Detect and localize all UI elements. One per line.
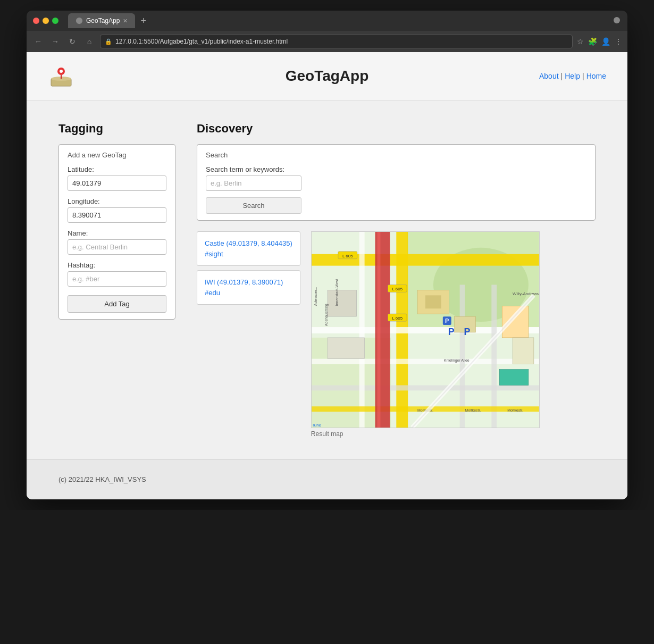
browser-titlebar: GeoTagApp ✕ +: [27, 11, 627, 31]
maximize-button[interactable]: [52, 18, 58, 24]
back-button[interactable]: ←: [32, 37, 45, 46]
svg-rect-35: [499, 370, 529, 386]
map-caption: Result map: [311, 430, 596, 438]
new-tab-button[interactable]: +: [137, 15, 149, 27]
latitude-group: Latitude:: [68, 165, 166, 191]
search-button[interactable]: Search: [206, 197, 301, 214]
nav-sep1: |: [561, 72, 563, 80]
map-image: L 605 L 605 L 605: [311, 231, 540, 428]
svg-point-1: [614, 17, 620, 23]
search-term-label: Search term or keywords:: [206, 165, 586, 173]
hashtag-group: Hashtag:: [68, 261, 166, 287]
footer-copyright: (c) 2021/22 HKA_IWI_VSYS: [58, 475, 146, 483]
reload-button[interactable]: ↻: [66, 37, 79, 46]
svg-text:P: P: [445, 317, 449, 324]
results-area: Castle (49.01379, 8.404435)#sight IWI (4…: [197, 231, 596, 438]
profile-icon[interactable]: 👤: [601, 37, 610, 46]
minimize-button[interactable]: [43, 18, 49, 24]
svg-rect-31: [502, 306, 529, 338]
toolbar-right: ☆ 🧩 👤 ⋮: [577, 37, 622, 46]
result-link-1[interactable]: IWI (49.01379, 8.390071)#edu: [205, 278, 283, 297]
site-header: GeoTagApp About | Help | Home: [27, 52, 627, 101]
tagging-section: Tagging Add a new GeoTag Latitude: Longi…: [58, 122, 175, 320]
browser-window: GeoTagApp ✕ + ← → ↻ ⌂ 🔒 127.0.0.1:5500/A…: [27, 11, 627, 499]
svg-rect-33: [328, 290, 357, 316]
home-button[interactable]: ⌂: [83, 37, 96, 46]
svg-text:L 605: L 605: [392, 287, 403, 291]
result-link-0[interactable]: Castle (49.01379, 8.404435)#sight: [205, 239, 292, 258]
logo-area: [48, 63, 74, 89]
active-tab[interactable]: GeoTagApp ✕: [68, 13, 135, 28]
svg-text:Moltkestr.: Moltkestr.: [507, 408, 523, 412]
svg-rect-15: [312, 385, 539, 390]
svg-rect-18: [491, 285, 497, 428]
map-svg: L 605 L 605 L 605: [312, 232, 539, 428]
hashtag-input[interactable]: [68, 271, 166, 287]
site-title: GeoTagApp: [286, 68, 369, 85]
search-legend: Search: [206, 151, 586, 159]
result-item-1[interactable]: IWI (49.01379, 8.390071)#edu: [197, 270, 300, 305]
longitude-input[interactable]: [68, 207, 166, 223]
svg-text:P: P: [464, 327, 470, 337]
menu-icon[interactable]: ⋮: [615, 37, 622, 46]
svg-text:L 605: L 605: [342, 254, 353, 258]
tab-title: GeoTagApp: [86, 17, 120, 24]
nav-about[interactable]: About: [539, 72, 559, 80]
nav-home[interactable]: Home: [586, 72, 606, 80]
browser-toolbar: ← → ↻ ⌂ 🔒 127.0.0.1:5500/Aufgabe1/gta_v1…: [27, 31, 627, 52]
longitude-group: Longitude:: [68, 197, 166, 223]
svg-text:L 605: L 605: [392, 316, 403, 321]
svg-text:ruhe: ruhe: [313, 423, 321, 428]
tab-favicon-icon: [76, 17, 83, 24]
hashtag-label: Hashtag:: [68, 261, 166, 269]
fieldset-legend: Add a new GeoTag: [68, 151, 166, 159]
extensions-icon[interactable]: 🧩: [588, 37, 597, 46]
latitude-input[interactable]: [68, 175, 166, 191]
svg-rect-21: [377, 232, 380, 428]
result-item-0[interactable]: Castle (49.01379, 8.404435)#sight: [197, 231, 300, 266]
discovery-section: Discovery Search Search term or keywords…: [197, 122, 596, 438]
svg-text:P: P: [448, 327, 455, 337]
map-container: L 605 L 605 L 605: [311, 231, 596, 438]
tab-close-button[interactable]: ✕: [123, 18, 128, 24]
address-bar[interactable]: 🔒 127.0.0.1:5500/Aufgabe1/gta_v1/public/…: [100, 35, 573, 48]
name-input[interactable]: [68, 239, 166, 255]
svg-text:Adenauerring: Adenauerring: [324, 304, 329, 326]
latitude-label: Latitude:: [68, 165, 166, 173]
svg-rect-32: [513, 338, 534, 364]
search-form: Search Search term or keywords: Search: [197, 144, 596, 221]
page-content: GeoTagApp About | Help | Home Tagging Ad…: [27, 52, 627, 499]
lock-icon: 🔒: [105, 38, 112, 45]
logo-icon: [48, 63, 74, 89]
browser-menu-icon[interactable]: [613, 16, 621, 24]
search-input[interactable]: [206, 175, 301, 191]
name-label: Name:: [68, 229, 166, 237]
forward-button[interactable]: →: [49, 37, 62, 46]
add-geotag-form: Add a new GeoTag Latitude: Longitude: Na…: [58, 144, 175, 320]
nav-help[interactable]: Help: [565, 72, 580, 80]
close-button[interactable]: [33, 18, 39, 24]
tab-bar: GeoTagApp ✕ +: [68, 13, 608, 28]
tagging-title: Tagging: [58, 122, 175, 136]
svg-point-0: [76, 18, 82, 24]
svg-text:Knielinger Allee: Knielinger Allee: [444, 358, 469, 363]
svg-point-5: [60, 70, 63, 73]
search-term-group: Search term or keywords:: [206, 165, 586, 191]
main-content: Tagging Add a new GeoTag Latitude: Longi…: [27, 101, 627, 459]
add-tag-button[interactable]: Add Tag: [68, 295, 166, 313]
results-list: Castle (49.01379, 8.404435)#sight IWI (4…: [197, 231, 300, 305]
svg-text:Moltkestr.: Moltkestr.: [465, 408, 481, 412]
nav-sep2: |: [582, 72, 584, 80]
svg-rect-29: [425, 295, 441, 308]
traffic-lights: [33, 18, 58, 24]
site-nav: About | Help | Home: [539, 72, 606, 80]
svg-rect-17: [459, 285, 465, 428]
name-group: Name:: [68, 229, 166, 255]
svg-rect-14: [312, 359, 539, 364]
url-text: 127.0.0.1:5500/Aufgabe1/gta_v1/public/in…: [115, 38, 288, 45]
longitude-label: Longitude:: [68, 197, 166, 205]
svg-text:Adenauer...: Adenauer...: [314, 287, 317, 306]
svg-text:Willy-Andreas-Allee: Willy-Andreas-Allee: [513, 291, 539, 296]
bookmark-icon[interactable]: ☆: [577, 37, 584, 46]
svg-rect-34: [328, 338, 365, 359]
